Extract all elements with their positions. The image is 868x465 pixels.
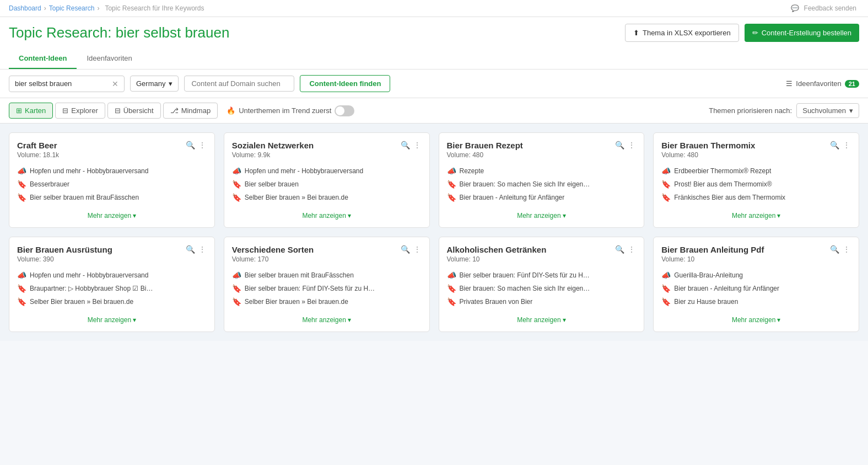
card-title: Sozialen Netzwerken	[232, 141, 401, 150]
more-link[interactable]: Mehr anzeigen ▾	[232, 316, 422, 324]
chevron-down-icon: ▾	[563, 212, 566, 220]
sort-chevron-icon: ▾	[849, 106, 853, 115]
more-options-icon[interactable]: ⋮	[628, 141, 636, 149]
more-options-icon[interactable]: ⋮	[413, 245, 422, 254]
card-item-text: Bier zu Hause brauen	[674, 298, 738, 306]
search-icon[interactable]: 🔍	[615, 245, 624, 254]
megaphone-icon: 📣	[232, 167, 241, 175]
card-volume: Volume: 10	[447, 255, 637, 263]
search-icon[interactable]: 🔍	[401, 141, 410, 149]
search-icon[interactable]: 🔍	[830, 245, 839, 254]
breadcrumb-dashboard[interactable]: Dashboard	[9, 4, 41, 12]
card-item-text: Selber Bier brauen » Bei brauen.de	[245, 298, 348, 306]
card-item: 📣 Bier selber brauen: Fünf DIY-Sets für …	[447, 271, 637, 280]
card-icons: 🔍 ⋮	[830, 141, 851, 149]
country-select[interactable]: Germany ▾	[130, 76, 179, 92]
view-ubersicht-button[interactable]: ⊟ Übersicht	[107, 103, 161, 119]
search-icon[interactable]: 🔍	[186, 245, 195, 254]
card-3: Bier Brauen Thermomix 🔍 ⋮ Volume: 480 📣 …	[653, 132, 859, 228]
more-options-icon[interactable]: ⋮	[628, 245, 636, 254]
list-icon: ☰	[786, 79, 792, 88]
card-item: 📣 Bier selber brauen mit BrauFässchen	[232, 271, 422, 280]
export-button[interactable]: ⬆ Thema in XLSX exportieren	[625, 24, 739, 42]
card-item: 🔖 Fränkisches Bier aus dem Thermomix	[661, 193, 851, 202]
toggle-knob	[336, 106, 344, 115]
card-item: 🔖 Selber Bier brauen » Bei brauen.de	[17, 297, 207, 306]
sort-select[interactable]: Suchvolumen ▾	[796, 103, 859, 118]
card-items: 📣 Hopfen und mehr - Hobbybrauerversand 🔖…	[17, 271, 207, 311]
card-icons: 🔍 ⋮	[401, 245, 422, 254]
more-link[interactable]: Mehr anzeigen ▾	[661, 212, 851, 220]
domain-input[interactable]	[184, 76, 294, 92]
favorites-label[interactable]: ☰ Ideenfavoriten 21	[786, 79, 859, 88]
search-input[interactable]	[15, 79, 107, 88]
card-item: 📣 Erdbeerbier Thermomix® Rezept	[661, 167, 851, 175]
more-link[interactable]: Mehr anzeigen ▾	[17, 316, 207, 324]
favorites-badge: 21	[845, 80, 859, 88]
card-icons: 🔍 ⋮	[830, 245, 851, 254]
card-item-text: Selber Bier brauen » Bei brauen.de	[30, 298, 133, 306]
tab-ideenfavoriten[interactable]: Ideenfavoriten	[77, 49, 142, 69]
karten-icon: ⊞	[16, 106, 22, 115]
more-link[interactable]: Mehr anzeigen ▾	[447, 212, 637, 220]
view-mindmap-button[interactable]: ⎇ Mindmap	[163, 103, 218, 119]
more-options-icon[interactable]: ⋮	[198, 141, 207, 149]
card-volume: Volume: 480	[447, 151, 637, 159]
card-header: Bier Brauen Thermomix 🔍 ⋮	[661, 141, 851, 150]
card-item: 🔖 Braupartner: ▷ Hobbybrauer Shop ☑ Bi…	[17, 284, 207, 293]
card-item-text: Privates Brauen von Bier	[460, 298, 533, 306]
card-icons: 🔍 ⋮	[186, 245, 207, 254]
card-item: 📣 Hopfen und mehr - Hobbybrauerversand	[17, 167, 207, 175]
megaphone-icon: 📣	[232, 271, 241, 280]
card-item: 🔖 Bier zu Hause brauen	[661, 297, 851, 306]
chevron-down-icon: ▾	[133, 316, 136, 324]
breadcrumb-topic-research[interactable]: Topic Research	[49, 4, 95, 12]
page-title: Topic Research: bier selbst brauen	[9, 24, 229, 41]
more-link[interactable]: Mehr anzeigen ▾	[447, 316, 637, 324]
chevron-down-icon: ▾	[133, 212, 136, 220]
card-1: Sozialen Netzwerken 🔍 ⋮ Volume: 9.9k 📣 H…	[224, 132, 430, 228]
card-item-text: Hopfen und mehr - Hobbybrauerversand	[30, 271, 148, 279]
card-volume: Volume: 480	[661, 151, 851, 159]
card-item-text: Rezepte	[460, 167, 484, 175]
card-4: Bier Brauen Ausrüstung 🔍 ⋮ Volume: 390 📣…	[9, 237, 215, 332]
card-item-text: Bier selber brauen	[245, 180, 299, 188]
export-icon: ⬆	[633, 29, 639, 37]
megaphone-icon: 📣	[17, 167, 26, 175]
card-6: Alkoholischen Getränken 🔍 ⋮ Volume: 10 📣…	[439, 237, 645, 332]
more-link[interactable]: Mehr anzeigen ▾	[661, 316, 851, 324]
card-item: 🔖 Bier brauen - Anleitung für Anfänger	[661, 284, 851, 293]
trend-toggle-switch[interactable]	[335, 105, 354, 116]
card-item: 🔖 Bier selber brauen	[232, 180, 422, 189]
megaphone-icon: 📣	[661, 167, 671, 175]
card-item-text: Bier selber brauen mit BrauFässchen	[30, 194, 139, 201]
find-ideas-button[interactable]: Content-Ideen finden	[300, 75, 390, 92]
more-options-icon[interactable]: ⋮	[198, 245, 207, 254]
page-header: Topic Research: bier selbst brauen ⬆ The…	[0, 17, 868, 70]
more-options-icon[interactable]: ⋮	[843, 141, 851, 149]
more-link[interactable]: Mehr anzeigen ▾	[232, 212, 422, 220]
more-link[interactable]: Mehr anzeigen ▾	[17, 212, 207, 220]
tab-content-ideen[interactable]: Content-Ideen	[9, 49, 77, 69]
breadcrumb: Dashboard › Topic Research › Topic Resea…	[0, 0, 868, 17]
search-icon[interactable]: 🔍	[830, 141, 839, 149]
clear-button[interactable]: ✕	[112, 79, 118, 88]
view-karten-button[interactable]: ⊞ Karten	[9, 103, 53, 119]
more-options-icon[interactable]: ⋮	[413, 141, 422, 149]
card-item: 🔖 Bier brauen - Anleitung für Anfänger	[447, 193, 637, 202]
card-items: 📣 Rezepte 🔖 Bier brauen: So machen Sie s…	[447, 167, 637, 206]
card-5: Verschiedene Sorten 🔍 ⋮ Volume: 170 📣 Bi…	[224, 237, 430, 332]
more-options-icon[interactable]: ⋮	[843, 245, 851, 254]
card-item-text: Bier brauen: So machen Sie sich Ihr eige…	[460, 285, 590, 292]
search-icon[interactable]: 🔍	[615, 141, 624, 149]
bookmark-icon: 🔖	[661, 297, 671, 306]
tabs: Content-Ideen Ideenfavoriten	[9, 49, 859, 69]
card-item: 🔖 Bier selber brauen: Fünf DIY-Sets für …	[232, 284, 422, 293]
view-explorer-button[interactable]: ⊟ Explorer	[55, 103, 105, 119]
search-icon[interactable]: 🔍	[186, 141, 195, 149]
content-order-button[interactable]: ✏ Content-Erstellung bestellen	[745, 24, 859, 42]
feedback-link[interactable]: 💬 Feedback senden	[791, 4, 859, 12]
card-title: Verschiedene Sorten	[232, 245, 401, 254]
card-header: Bier Brauen Rezept 🔍 ⋮	[447, 141, 637, 150]
search-icon[interactable]: 🔍	[401, 245, 410, 254]
